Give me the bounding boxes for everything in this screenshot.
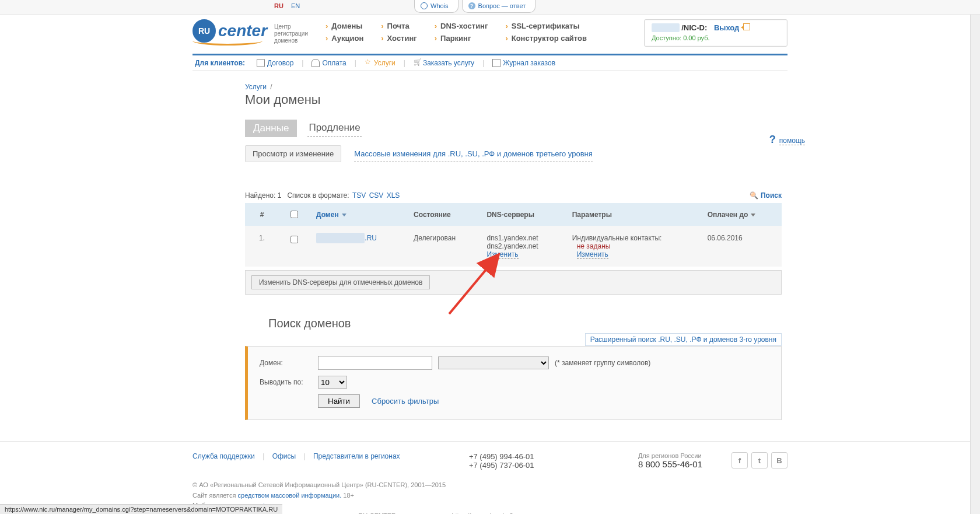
nav-parking[interactable]: Паркинг [435,34,488,43]
format-label: Список в формате: [287,191,349,200]
cell-params: Индивидуальные контакты: не заданы Измен… [565,226,701,267]
th-params: Параметры [565,203,701,226]
document-icon [257,59,265,67]
balance-value: 0.00 руб. [683,34,709,41]
nav-ssl[interactable]: SSL-сертификаты [505,22,587,30]
nav-hosting[interactable]: Хостинг [381,34,416,43]
footer-phone-2: +7 (495) 737-06-01 [469,461,534,470]
change-dns-link[interactable]: Изменить [487,250,518,259]
lang-ru[interactable]: RU [274,2,284,9]
footer-phone-1: +7 (495) 994-46-01 [469,452,534,461]
logo-subtitle: Центр регистрации доменов [274,23,308,44]
cell-state: Делегирован [407,226,480,267]
search-title: Поиск доменов [268,317,782,330]
select-all-checkbox[interactable] [290,211,298,218]
clientbar-contract[interactable]: Договор [267,59,293,67]
footer-support[interactable]: Служба поддержки [192,452,255,460]
clientbar-payment[interactable]: Оплата [322,59,346,67]
tab-whois[interactable]: Whois [414,0,459,13]
user-box: . /NIC-D: Выход Доступно: 0.00 руб. [644,19,788,47]
advanced-search-link[interactable]: Расширенный поиск .RU, .SU, .РФ и домено… [585,333,782,346]
search-domain-select[interactable] [438,356,549,369]
perpage-label: Выводить по: [260,378,318,386]
clientbar-order[interactable]: Заказать услугу [423,59,474,67]
subtab-mass-change[interactable]: Массовые изменения для .RU, .SU, .РФ и д… [354,146,592,162]
cell-number: 1. [245,226,279,267]
wallet-icon [312,59,320,67]
browser-statusbar: https://www.nic.ru/manager/my_domains.cg… [0,504,282,514]
lang-en[interactable]: EN [291,2,300,9]
question-icon: ? [468,2,475,9]
user-id-redacted: . [652,23,680,32]
cell-dns: dns1.yandex.net dns2.yandex.net Изменить [480,226,565,267]
help-link[interactable]: помощь [769,134,805,146]
clientbar-services[interactable]: Услуги [374,59,396,67]
client-bar: Для клиентов: Договор | Оплата | Услуги … [192,54,788,71]
clientbar-journal[interactable]: Журнал заказов [503,59,555,67]
tab-whois-label: Whois [430,2,449,9]
main-nav: Домены Аукцион Почта Хостинг DNS-хостинг… [326,22,604,43]
logo-badge-icon: RU [192,19,216,43]
footer-reps[interactable]: Представители в регионах [313,452,400,460]
export-xls[interactable]: XLS [387,191,400,200]
nav-mail[interactable]: Почта [381,22,416,30]
nav-domains[interactable]: Домены [326,22,363,30]
th-state: Состояние [407,203,480,226]
th-domain[interactable]: Домен [309,203,407,226]
logout-icon [743,23,750,30]
domains-table: # Домен Состояние DNS-серверы Параметры … [245,203,782,267]
nav-site-builder[interactable]: Конструктор сайтов [505,34,587,43]
table-row: 1. ..RU Делегирован dns1.yandex.net dns2… [245,226,782,267]
nav-auction[interactable]: Аукцион [326,34,363,43]
export-csv[interactable]: CSV [369,191,384,200]
user-id-suffix: /NIC-D: [681,23,707,32]
footer: Служба поддержки | Офисы | Представители… [0,441,980,514]
tab-qa[interactable]: ? Вопрос — ответ [462,0,536,13]
cart-icon [414,60,421,67]
topbar: RU EN Whois ? Вопрос — ответ [0,0,980,15]
footer-region-label: Для регионов России [638,452,702,459]
legal-media-link[interactable]: средством массовой информации. [238,492,342,499]
export-tsv[interactable]: TSV [352,191,366,200]
search-toggle[interactable]: Поиск [750,191,782,200]
perpage-select[interactable]: 10 [318,376,347,389]
page-title: Мои домены [245,92,782,107]
row-checkbox[interactable] [290,236,298,243]
search-domain-label: Домен: [260,359,318,367]
star-icon [365,60,372,67]
social-twitter-icon[interactable]: t [751,452,768,468]
th-checkbox [279,203,309,226]
reset-filters-link[interactable]: Сбросить фильтры [372,397,439,405]
logout-link[interactable]: Выход [714,23,739,32]
tab-qa-label: Вопрос — ответ [478,2,526,9]
social-facebook-icon[interactable]: f [732,452,748,468]
find-button[interactable]: Найти [318,394,360,408]
logo[interactable]: RU center Центр регистрации доменов [192,19,308,46]
found-value: 1 [278,191,282,200]
tab-data[interactable]: Данные [245,120,297,137]
nav-dns-hosting[interactable]: DNS-хостинг [435,22,488,30]
breadcrumb: Услуги / [245,83,782,91]
found-label: Найдено: [245,191,275,200]
search-box: Домен: (* заменяет группу символов) Выво… [245,346,782,420]
subtab-view-edit[interactable]: Просмотр и изменение [245,145,341,162]
logo-text: center [218,22,267,40]
breadcrumb-sep: / [270,83,272,91]
th-number: # [245,203,279,226]
clientbar-label: Для клиентов: [195,59,245,67]
th-dns: DNS-серверы [480,203,565,226]
bulk-change-dns-button[interactable]: Изменить DNS-серверы для отмеченных доме… [251,275,430,289]
search-hint: (* заменяет группу символов) [555,359,650,367]
change-params-link[interactable]: Изменить [577,250,608,259]
footer-region-phone: 8 800 555-46-01 [638,459,702,469]
language-switch: RU EN [274,2,300,9]
scrollbar[interactable] [970,0,980,514]
search-domain-input[interactable] [318,356,432,370]
tab-renewal[interactable]: Продление [307,119,361,137]
social-vk-icon[interactable]: B [771,452,788,468]
cell-paid: 06.06.2016 [701,226,782,267]
cell-domain[interactable]: ..RU [309,226,407,267]
footer-offices[interactable]: Офисы [272,452,296,460]
th-paid[interactable]: Оплачен до [701,203,782,226]
breadcrumb-services[interactable]: Услуги [245,83,267,91]
